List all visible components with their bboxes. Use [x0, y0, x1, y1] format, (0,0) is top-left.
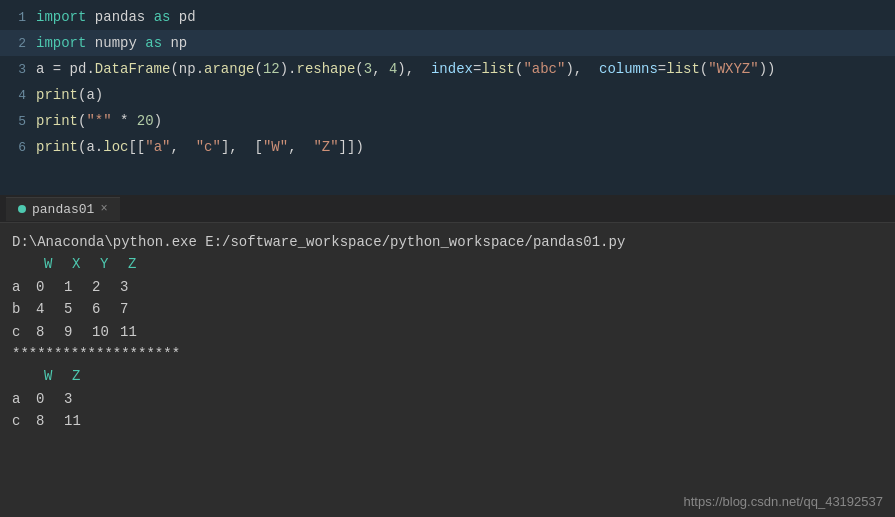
terminal-output: D:\Anaconda\python.exe E:/software_works…	[0, 223, 895, 441]
stars-text: ********************	[12, 343, 180, 365]
tab-close-button[interactable]: ×	[100, 202, 107, 216]
table1-row-c-z: 11	[120, 321, 148, 343]
code-line-5: 5 print("*" * 20)	[0, 108, 895, 134]
table2-header-row: W Z	[44, 365, 883, 387]
table2-header-w: W	[44, 365, 72, 387]
code-line-4: 4 print(a)	[0, 82, 895, 108]
table1-header-z: Z	[128, 253, 156, 275]
table1-row-c-y: 10	[92, 321, 120, 343]
table1-header-row: W X Y Z	[44, 253, 883, 275]
table2-row-a-index: a	[12, 388, 36, 410]
table1-row-c: c 8 9 10 11	[12, 321, 883, 343]
table1-row-b-x: 5	[64, 298, 92, 320]
table2-row-a-z: 3	[64, 388, 92, 410]
line-number-4: 4	[8, 88, 26, 103]
table2-row-c-w: 8	[36, 410, 64, 432]
table1-header-y: Y	[100, 253, 128, 275]
line-number-5: 5	[8, 114, 26, 129]
watermark-text: https://blog.csdn.net/qq_43192537	[684, 494, 884, 509]
table1-row-c-w: 8	[36, 321, 64, 343]
table1-header-x: X	[72, 253, 100, 275]
table1-row-a-x: 1	[64, 276, 92, 298]
line-number-2: 2	[8, 36, 26, 51]
stars-line: ********************	[12, 343, 883, 365]
terminal-tab-pandas01[interactable]: pandas01 ×	[6, 197, 120, 221]
code-text-6: print(a.loc[["a", "c"], ["W", "Z"]])	[36, 139, 364, 155]
table1-row-b-w: 4	[36, 298, 64, 320]
table1-row-b-index: b	[12, 298, 36, 320]
code-text-2: import numpy as np	[36, 35, 187, 51]
table1-row-c-x: 9	[64, 321, 92, 343]
terminal-tab-bar: pandas01 ×	[0, 195, 895, 223]
table1-row-c-index: c	[12, 321, 36, 343]
terminal-panel: pandas01 × D:\Anaconda\python.exe E:/sof…	[0, 195, 895, 517]
code-text-3: a = pd.DataFrame(np.arange(12).reshape(3…	[36, 61, 775, 77]
terminal-command-line: D:\Anaconda\python.exe E:/software_works…	[12, 231, 883, 253]
code-line-6: 6 print(a.loc[["a", "c"], ["W", "Z"]])	[0, 134, 895, 160]
table2-row-c-z: 11	[64, 410, 92, 432]
table2-header-z: Z	[72, 365, 100, 387]
table1-row-a-y: 2	[92, 276, 120, 298]
code-line-1: 1 import pandas as pd	[0, 4, 895, 30]
code-editor: 1 import pandas as pd 2 import numpy as …	[0, 0, 895, 195]
line-number-1: 1	[8, 10, 26, 25]
code-line-3: 3 a = pd.DataFrame(np.arange(12).reshape…	[0, 56, 895, 82]
table2-row-c-index: c	[12, 410, 36, 432]
line-number-6: 6	[8, 140, 26, 155]
code-text-5: print("*" * 20)	[36, 113, 162, 129]
table1-row-b-z: 7	[120, 298, 148, 320]
code-line-2: 2 import numpy as np	[0, 30, 895, 56]
table1-row-b: b 4 5 6 7	[12, 298, 883, 320]
code-text-1: import pandas as pd	[36, 9, 196, 25]
table1-row-a-index: a	[12, 276, 36, 298]
table1-header-w: W	[44, 253, 72, 275]
terminal-tab-label: pandas01	[32, 202, 94, 217]
table2-row-c: c 8 11	[12, 410, 883, 432]
line-number-3: 3	[8, 62, 26, 77]
code-text-4: print(a)	[36, 87, 103, 103]
tab-dot-icon	[18, 205, 26, 213]
terminal-command-text: D:\Anaconda\python.exe E:/software_works…	[12, 231, 625, 253]
table2-row-a-w: 0	[36, 388, 64, 410]
table1-row-a: a 0 1 2 3	[12, 276, 883, 298]
table1-row-b-y: 6	[92, 298, 120, 320]
table1-row-a-w: 0	[36, 276, 64, 298]
table2-row-a: a 0 3	[12, 388, 883, 410]
table1-row-a-z: 3	[120, 276, 148, 298]
